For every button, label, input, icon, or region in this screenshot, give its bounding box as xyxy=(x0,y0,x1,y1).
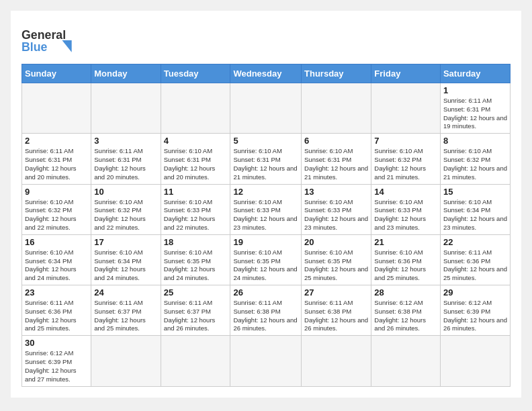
day-info: Sunrise: 6:11 AM Sunset: 6:37 PM Dayligh… xyxy=(94,299,157,333)
calendar-container: General Blue SundayMondayTuesdayWednesda… xyxy=(11,11,521,398)
day-info: Sunrise: 6:10 AM Sunset: 6:32 PM Dayligh… xyxy=(25,198,88,232)
day-cell: 18Sunrise: 6:10 AM Sunset: 6:35 PM Dayli… xyxy=(161,234,230,285)
day-cell: 2Sunrise: 6:11 AM Sunset: 6:31 PM Daylig… xyxy=(22,134,91,184)
day-cell: 17Sunrise: 6:10 AM Sunset: 6:34 PM Dayli… xyxy=(91,234,161,285)
day-cell xyxy=(91,83,161,134)
day-cell xyxy=(161,336,230,386)
header: General Blue xyxy=(21,19,511,58)
day-number: 26 xyxy=(233,287,298,298)
day-info: Sunrise: 6:10 AM Sunset: 6:34 PM Dayligh… xyxy=(25,248,88,283)
day-info: Sunrise: 6:11 AM Sunset: 6:31 PM Dayligh… xyxy=(443,97,507,131)
day-cell: 25Sunrise: 6:11 AM Sunset: 6:37 PM Dayli… xyxy=(161,285,230,336)
logo: General Blue xyxy=(21,19,75,58)
day-cell: 22Sunrise: 6:11 AM Sunset: 6:36 PM Dayli… xyxy=(440,234,510,285)
svg-marker-2 xyxy=(62,40,71,52)
day-cell: 10Sunrise: 6:10 AM Sunset: 6:32 PM Dayli… xyxy=(91,184,161,234)
day-info: Sunrise: 6:10 AM Sunset: 6:32 PM Dayligh… xyxy=(374,147,437,181)
day-cell xyxy=(371,83,441,134)
day-number: 24 xyxy=(94,287,157,298)
day-info: Sunrise: 6:10 AM Sunset: 6:36 PM Dayligh… xyxy=(374,248,437,283)
day-cell: 1Sunrise: 6:11 AM Sunset: 6:31 PM Daylig… xyxy=(440,83,510,134)
day-number: 2 xyxy=(25,136,88,146)
day-info: Sunrise: 6:10 AM Sunset: 6:35 PM Dayligh… xyxy=(304,248,368,283)
day-info: Sunrise: 6:11 AM Sunset: 6:31 PM Dayligh… xyxy=(25,147,88,181)
day-cell: 3Sunrise: 6:11 AM Sunset: 6:31 PM Daylig… xyxy=(91,134,161,184)
day-number: 4 xyxy=(164,136,228,146)
week-row-5: 30Sunrise: 6:12 AM Sunset: 6:39 PM Dayli… xyxy=(22,336,511,386)
day-number: 1 xyxy=(443,85,507,95)
day-cell: 27Sunrise: 6:11 AM Sunset: 6:38 PM Dayli… xyxy=(302,285,371,336)
day-info: Sunrise: 6:10 AM Sunset: 6:31 PM Dayligh… xyxy=(164,147,228,181)
day-info: Sunrise: 6:10 AM Sunset: 6:33 PM Dayligh… xyxy=(304,198,368,232)
day-info: Sunrise: 6:10 AM Sunset: 6:34 PM Dayligh… xyxy=(443,198,507,232)
day-cell: 29Sunrise: 6:12 AM Sunset: 6:39 PM Dayli… xyxy=(440,285,510,336)
day-cell: 26Sunrise: 6:11 AM Sunset: 6:38 PM Dayli… xyxy=(230,285,302,336)
day-cell xyxy=(91,336,161,386)
weekday-wednesday: Wednesday xyxy=(230,64,302,83)
day-cell: 28Sunrise: 6:12 AM Sunset: 6:38 PM Dayli… xyxy=(371,285,441,336)
day-number: 7 xyxy=(374,136,437,146)
day-cell: 6Sunrise: 6:10 AM Sunset: 6:31 PM Daylig… xyxy=(302,134,371,184)
day-cell xyxy=(371,336,441,386)
weekday-monday: Monday xyxy=(91,64,161,83)
day-number: 12 xyxy=(233,187,298,197)
day-number: 11 xyxy=(164,187,228,197)
day-cell xyxy=(302,83,371,134)
day-cell: 11Sunrise: 6:10 AM Sunset: 6:33 PM Dayli… xyxy=(161,184,230,234)
day-number: 17 xyxy=(94,237,157,247)
day-number: 30 xyxy=(25,338,88,348)
day-cell: 4Sunrise: 6:10 AM Sunset: 6:31 PM Daylig… xyxy=(161,134,230,184)
weekday-tuesday: Tuesday xyxy=(161,64,230,83)
svg-text:Blue: Blue xyxy=(21,40,48,54)
day-number: 15 xyxy=(443,187,507,197)
day-number: 9 xyxy=(25,187,88,197)
day-number: 23 xyxy=(25,287,88,298)
week-row-3: 16Sunrise: 6:10 AM Sunset: 6:34 PM Dayli… xyxy=(22,234,511,285)
logo-svg: General Blue xyxy=(21,21,75,58)
day-number: 18 xyxy=(164,237,228,247)
day-number: 6 xyxy=(304,136,368,146)
day-cell xyxy=(230,83,302,134)
week-row-1: 2Sunrise: 6:11 AM Sunset: 6:31 PM Daylig… xyxy=(22,134,511,184)
weekday-sunday: Sunday xyxy=(22,64,91,83)
day-info: Sunrise: 6:10 AM Sunset: 6:31 PM Dayligh… xyxy=(304,147,368,181)
day-cell: 19Sunrise: 6:10 AM Sunset: 6:35 PM Dayli… xyxy=(230,234,302,285)
day-number: 5 xyxy=(233,136,298,146)
day-info: Sunrise: 6:11 AM Sunset: 6:31 PM Dayligh… xyxy=(94,147,157,181)
day-number: 29 xyxy=(443,287,507,298)
day-info: Sunrise: 6:12 AM Sunset: 6:38 PM Dayligh… xyxy=(374,299,437,333)
day-info: Sunrise: 6:10 AM Sunset: 6:35 PM Dayligh… xyxy=(164,248,228,283)
day-info: Sunrise: 6:12 AM Sunset: 6:39 PM Dayligh… xyxy=(25,349,88,383)
day-cell: 23Sunrise: 6:11 AM Sunset: 6:36 PM Dayli… xyxy=(22,285,91,336)
day-info: Sunrise: 6:11 AM Sunset: 6:36 PM Dayligh… xyxy=(25,299,88,333)
day-cell: 7Sunrise: 6:10 AM Sunset: 6:32 PM Daylig… xyxy=(371,134,441,184)
day-cell xyxy=(302,336,371,386)
day-cell xyxy=(230,336,302,386)
day-info: Sunrise: 6:11 AM Sunset: 6:36 PM Dayligh… xyxy=(443,248,507,283)
day-cell xyxy=(161,83,230,134)
day-info: Sunrise: 6:10 AM Sunset: 6:33 PM Dayligh… xyxy=(374,198,437,232)
day-cell: 21Sunrise: 6:10 AM Sunset: 6:36 PM Dayli… xyxy=(371,234,441,285)
weekday-saturday: Saturday xyxy=(440,64,510,83)
day-info: Sunrise: 6:12 AM Sunset: 6:39 PM Dayligh… xyxy=(443,299,507,333)
day-number: 19 xyxy=(233,237,298,247)
day-info: Sunrise: 6:10 AM Sunset: 6:31 PM Dayligh… xyxy=(233,147,298,181)
day-cell: 12Sunrise: 6:10 AM Sunset: 6:33 PM Dayli… xyxy=(230,184,302,234)
week-row-2: 9Sunrise: 6:10 AM Sunset: 6:32 PM Daylig… xyxy=(22,184,511,234)
day-number: 14 xyxy=(374,187,437,197)
day-info: Sunrise: 6:11 AM Sunset: 6:37 PM Dayligh… xyxy=(164,299,228,333)
day-cell xyxy=(440,336,510,386)
day-info: Sunrise: 6:10 AM Sunset: 6:32 PM Dayligh… xyxy=(94,198,157,232)
day-number: 20 xyxy=(304,237,368,247)
day-number: 27 xyxy=(304,287,368,298)
day-cell: 30Sunrise: 6:12 AM Sunset: 6:39 PM Dayli… xyxy=(22,336,91,386)
day-cell xyxy=(22,83,91,134)
day-number: 13 xyxy=(304,187,368,197)
day-info: Sunrise: 6:10 AM Sunset: 6:33 PM Dayligh… xyxy=(233,198,298,232)
day-info: Sunrise: 6:11 AM Sunset: 6:38 PM Dayligh… xyxy=(304,299,368,333)
day-number: 28 xyxy=(374,287,437,298)
week-row-0: 1Sunrise: 6:11 AM Sunset: 6:31 PM Daylig… xyxy=(22,83,511,134)
day-cell: 13Sunrise: 6:10 AM Sunset: 6:33 PM Dayli… xyxy=(302,184,371,234)
day-cell: 8Sunrise: 6:10 AM Sunset: 6:32 PM Daylig… xyxy=(440,134,510,184)
day-info: Sunrise: 6:10 AM Sunset: 6:34 PM Dayligh… xyxy=(94,248,157,283)
